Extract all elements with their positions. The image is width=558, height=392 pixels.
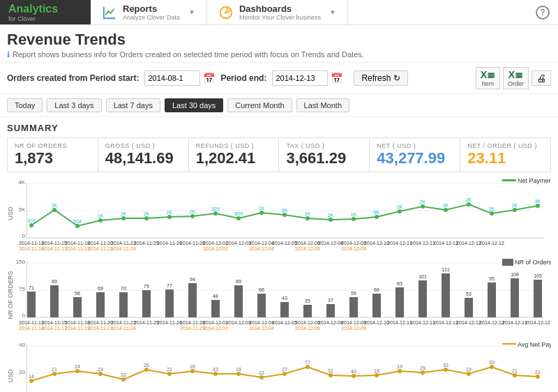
svg-text:934: 934 (73, 219, 82, 224)
calendar-end-icon[interactable]: 📅 (331, 73, 342, 84)
svg-text:2014-11-25: 2014-11-25 (134, 241, 159, 246)
usd-y-label: USD (7, 206, 14, 220)
export-order-label: Order (508, 80, 524, 87)
svg-point-20 (167, 215, 172, 219)
svg-text:2014-12-06: 2014-12-06 (295, 326, 320, 331)
net-payment-legend-line (502, 179, 516, 181)
svg-text:21: 21 (535, 370, 541, 375)
svg-point-205 (329, 373, 333, 377)
svg-text:2014-12-04: 2014-12-04 (249, 246, 274, 251)
filter-today[interactable]: Today (7, 98, 43, 112)
svg-text:2014-12-04: 2014-12-04 (249, 320, 274, 325)
reports-arrow: ▼ (188, 8, 195, 16)
svg-text:2014-12-04: 2014-12-04 (249, 241, 274, 246)
nr-orders-value: 1,873 (15, 149, 91, 167)
svg-text:31: 31 (328, 368, 333, 373)
svg-rect-112 (257, 294, 266, 317)
svg-point-221 (513, 373, 517, 377)
svg-text:2014-12-11: 2014-12-11 (410, 320, 435, 325)
svg-point-10 (52, 208, 56, 212)
svg-text:2014-11-22: 2014-11-22 (111, 320, 136, 325)
filter-last30days[interactable]: Last 30 days (165, 98, 223, 112)
reports-sub: Analyze Clover Data (123, 14, 180, 21)
svg-rect-114 (280, 302, 289, 317)
svg-text:2014-11-13: 2014-11-13 (19, 241, 44, 246)
svg-point-219 (490, 365, 494, 369)
filter-last-month[interactable]: Last Month (296, 98, 349, 112)
svg-text:33: 33 (443, 363, 448, 368)
refresh-button[interactable]: Refresh ↻ (354, 70, 408, 86)
svg-point-197 (236, 372, 241, 376)
nr-orders-chart: NR OF ORDERS 150 75 0 71 89 56 69 70 75 … (7, 255, 551, 335)
svg-text:56: 56 (75, 291, 80, 296)
period-end-label: Period end: (220, 73, 266, 83)
svg-text:2014-12-09: 2014-12-09 (341, 326, 366, 331)
svg-text:2014-12-01: 2014-12-01 (203, 320, 228, 325)
svg-point-213 (421, 370, 425, 375)
avg-net-chart: USD 40 20 0 14 21 24 19 32 26 22 (7, 338, 551, 392)
period-start-field[interactable] (144, 70, 200, 86)
nav-reports[interactable]: Reports Analyze Clover Data ▼ (91, 0, 207, 24)
svg-text:2014-12-12: 2014-12-12 (433, 241, 458, 246)
period-end-input: 📅 (272, 70, 342, 86)
svg-text:2014-11-17: 2014-11-17 (42, 326, 67, 331)
avg-net-legend-text: Avg Net Pay. (518, 341, 551, 348)
svg-text:2014-11-14: 2014-11-14 (19, 326, 44, 331)
print-button[interactable]: 🖨 (531, 70, 551, 86)
filter-last3days[interactable]: Last 3 days (47, 98, 101, 112)
nr-orders-legend-rect (502, 259, 513, 266)
net-order-label: NET / ORDER ( USD ) (467, 142, 543, 149)
logo-text-anal: Anal (8, 3, 33, 15)
controls-row: Orders created from Period start: 📅 Peri… (0, 63, 558, 94)
svg-text:2K: 2K (282, 208, 288, 213)
filter-current-month[interactable]: Current Month (227, 98, 292, 112)
svg-text:2014-12-04: 2014-12-04 (249, 326, 274, 331)
svg-point-14 (98, 218, 103, 223)
svg-text:20: 20 (19, 369, 25, 375)
svg-text:14: 14 (29, 374, 34, 379)
svg-text:66: 66 (374, 287, 379, 292)
refunds-label: REFUNDS ( USD ) (196, 142, 272, 149)
summary-gross: GROSS ( USD ) 48,141.69 (98, 138, 189, 172)
svg-text:69: 69 (98, 286, 103, 291)
calendar-start-icon[interactable]: 📅 (203, 73, 215, 84)
svg-text:2014-12-05: 2014-12-05 (272, 320, 297, 325)
svg-text:2014-11-24: 2014-11-24 (111, 246, 136, 251)
svg-text:976: 976 (27, 218, 36, 223)
svg-rect-106 (188, 283, 197, 317)
export-item-button[interactable]: X≣ Item (476, 67, 500, 89)
print-icon: 🖨 (536, 73, 546, 84)
svg-point-1 (225, 11, 227, 14)
svg-point-28 (259, 211, 264, 215)
help-button[interactable]: ? (527, 0, 558, 24)
svg-point-46 (467, 202, 471, 206)
svg-point-34 (329, 218, 333, 222)
svg-text:2014-12-01: 2014-12-01 (203, 241, 228, 246)
svg-text:2014-12-12: 2014-12-12 (456, 241, 481, 246)
svg-text:24: 24 (75, 364, 80, 369)
svg-rect-130 (465, 298, 473, 317)
svg-text:108: 108 (511, 272, 519, 277)
export-order-button[interactable]: X≣ Order (503, 67, 529, 89)
export-item-label: Item (482, 80, 495, 87)
page-title-area: Revenue Trends ℹReport shows business in… (0, 25, 558, 63)
svg-rect-134 (511, 278, 519, 317)
filter-last7days[interactable]: Last 7 days (106, 98, 160, 112)
svg-text:2014-11-20: 2014-11-20 (88, 241, 113, 246)
svg-text:2014-12-09: 2014-12-09 (341, 246, 366, 251)
svg-text:2K: 2K (328, 213, 334, 218)
period-end-field[interactable] (272, 70, 328, 86)
svg-text:2014-12-10: 2014-12-10 (364, 320, 389, 325)
svg-point-52 (536, 204, 540, 208)
nav-dashboards[interactable]: Dashboards Monitor Your Clover business … (207, 0, 348, 24)
svg-point-183 (75, 369, 80, 373)
summary-refunds: REFUNDS ( USD ) 1,202.41 (189, 138, 280, 172)
svg-text:2014-11-20: 2014-11-20 (88, 320, 113, 325)
svg-rect-92 (27, 292, 36, 317)
svg-text:1K: 1K (98, 213, 104, 218)
svg-point-201 (282, 372, 287, 376)
svg-rect-98 (96, 292, 105, 317)
svg-text:43: 43 (282, 296, 287, 301)
svg-text:2014-11-22: 2014-11-22 (111, 241, 136, 246)
svg-text:1K: 1K (259, 206, 265, 211)
